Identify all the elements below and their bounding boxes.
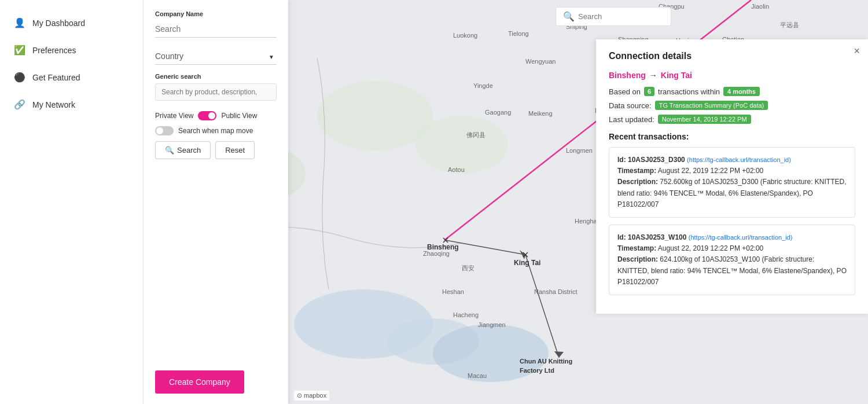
preferences-icon: ✅ — [14, 45, 25, 56]
reset-button[interactable]: Reset — [215, 141, 255, 159]
sidebar-item-my-dashboard[interactable]: 👤 My Dashboard — [0, 12, 143, 34]
tx1-id-label: Id: — [617, 156, 626, 164]
recent-transactions-title: Recent transactions: — [609, 132, 855, 141]
search-when-move-label: Search when map move — [178, 127, 253, 135]
based-on-label: Based on — [609, 87, 641, 96]
featured-icon: ⚫ — [14, 72, 25, 83]
tx2-link[interactable]: (https://tg-callback.url/transaction_id) — [689, 234, 793, 241]
last-updated-badge: November 14, 2019 12:22 PM — [658, 115, 751, 124]
search-icon: 🔍 — [165, 146, 174, 155]
search-panel: Company Name Country ▼ Generic search Pr… — [144, 0, 288, 404]
last-updated-row: Last updated: November 14, 2019 12:22 PM — [609, 115, 855, 124]
data-source-label: Data source: — [609, 101, 652, 110]
sidebar: 👤 My Dashboard ✅ Preferences ⚫ Get Featu… — [0, 0, 144, 404]
sidebar-item-label: My Network — [32, 100, 75, 109]
location-kingtai: King Tai — [514, 259, 540, 267]
tx2-id-label: Id: — [617, 233, 626, 241]
sidebar-item-get-featured[interactable]: ⚫ Get Featured — [0, 66, 143, 89]
tx2-timestamp-row: Timestamp: August 22, 2019 12:22 PM +02:… — [617, 243, 847, 254]
search-when-move-row: Search when map move — [155, 126, 277, 135]
within-label: transactions within — [658, 87, 720, 96]
search-when-move-knob — [156, 127, 163, 134]
transactions-info-row: Based on 6 transactions within 4 months — [609, 87, 855, 96]
top-search-icon: 🔍 — [563, 11, 575, 22]
arrow-icon: → — [649, 71, 657, 80]
chunau-label: Chun AU Knitting — [520, 358, 572, 365]
dashboard-icon: 👤 — [14, 17, 25, 28]
search-button-row: 🔍 Search Reset — [155, 141, 277, 159]
svg-point-5 — [317, 81, 433, 150]
tx2-description-label: Description: — [617, 255, 658, 263]
private-view-label: Private View — [155, 112, 193, 120]
tx1-description-label: Description: — [617, 178, 658, 186]
binsheng-label: Binsheng — [427, 243, 459, 251]
generic-search-label: Generic search — [155, 73, 277, 80]
last-updated-label: Last updated: — [609, 115, 654, 124]
search-when-move-toggle[interactable] — [155, 126, 174, 135]
top-search-input[interactable] — [578, 12, 664, 21]
network-icon: 🔗 — [14, 99, 25, 110]
country-select-wrapper: Country ▼ — [155, 48, 277, 65]
main-area: Binsheng King Tai Chun AU Knitting Facto… — [144, 0, 868, 404]
toggle-knob — [208, 112, 215, 119]
data-source-row: Data source: TG Transaction Summary (PoC… — [609, 101, 855, 110]
transaction-card-1: Id: 10ASJ0253_D300 (https://tg-callback.… — [609, 147, 855, 218]
time-period-badge: 4 months — [723, 87, 760, 96]
company-name-label: Company Name — [155, 10, 277, 17]
close-button[interactable]: × — [854, 45, 860, 57]
sidebar-item-label: Get Featured — [32, 73, 80, 82]
connection-companies-row: Binsheng → King Tai — [609, 71, 855, 80]
target-company-link[interactable]: King Tai — [661, 71, 692, 80]
kingtai-label: King Tai — [514, 259, 540, 267]
sidebar-item-preferences[interactable]: ✅ Preferences — [0, 39, 143, 61]
tx1-timestamp: August 22, 2019 12:22 PM +02:00 — [658, 167, 763, 175]
location-binsheng: Binsheng — [427, 243, 459, 251]
data-source-badge: TG Transaction Summary (PoC data) — [655, 101, 768, 110]
tx2-id: 10ASJ0253_W100 — [628, 233, 686, 241]
company-name-input[interactable] — [155, 21, 277, 38]
chunau-label2: Factory Ltd — [520, 367, 554, 374]
sidebar-item-my-network[interactable]: 🔗 My Network — [0, 93, 143, 116]
tx2-id-row: Id: 10ASJ0253_W100 (https://tg-callback.… — [617, 232, 847, 243]
view-toggle-row: Private View Public View — [155, 111, 277, 120]
connection-details-title: Connection details — [609, 51, 855, 61]
tx1-link[interactable]: (https://tg-callback.url/transaction_id) — [687, 156, 791, 163]
tx1-id-row: Id: 10ASJ0253_D300 (https://tg-callback.… — [617, 155, 847, 166]
mapbox-logo: ⊙ mapbox — [294, 391, 329, 401]
search-button[interactable]: 🔍 Search — [155, 141, 211, 159]
country-select[interactable]: Country — [155, 48, 277, 65]
view-toggle[interactable] — [198, 111, 216, 120]
tx1-timestamp-label: Timestamp: — [617, 167, 656, 175]
tx1-id: 10ASJ0253_D300 — [628, 156, 685, 164]
tx2-timestamp: August 22, 2019 12:22 PM +02:00 — [658, 244, 763, 252]
transaction-count-badge: 6 — [644, 87, 654, 96]
location-chunau: Chun AU Knitting Factory Ltd — [520, 358, 572, 374]
svg-point-6 — [415, 116, 508, 174]
tx1-description-row: Description: 752.600kg of 10ASJ0253_D300… — [617, 177, 847, 210]
top-search-bar: 🔍 — [556, 7, 671, 26]
source-company-link[interactable]: Binsheng — [609, 71, 646, 80]
tx1-timestamp-row: Timestamp: August 22, 2019 12:22 PM +02:… — [617, 166, 847, 177]
generic-search-input[interactable] — [155, 83, 277, 101]
create-company-button[interactable]: Create Company — [155, 370, 244, 394]
connection-panel: × Connection details Binsheng → King Tai… — [596, 39, 868, 314]
public-view-label: Public View — [221, 112, 257, 120]
tx2-description-row: Description: 624.100kg of 10ASJ0253_W100… — [617, 254, 847, 288]
tx2-timestamp-label: Timestamp: — [617, 244, 656, 252]
sidebar-item-label: My Dashboard — [32, 19, 85, 28]
sidebar-item-label: Preferences — [32, 46, 76, 55]
transaction-card-2: Id: 10ASJ0253_W100 (https://tg-callback.… — [609, 225, 855, 295]
